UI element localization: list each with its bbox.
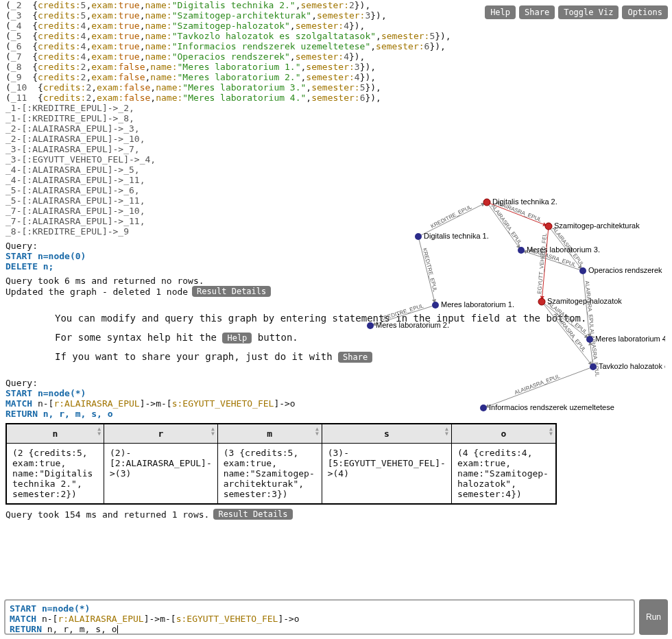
hint-line1: You can modify and query this graph by e… <box>55 311 668 326</box>
col-m[interactable]: m▲▼ <box>217 424 322 444</box>
query1-block: Query: START n=node(0) DELETE n; <box>5 241 668 272</box>
query-input[interactable]: START n=node(*) MATCH n-[r:ALAIRASRA_EPU… <box>4 599 635 635</box>
query1-line1: START n=node(0) <box>5 251 86 261</box>
query2-took: Query took 154 ms and returned 1 rows. <box>5 509 209 520</box>
sort-icon: ▲▼ <box>315 426 319 436</box>
query1-updated: Updated the graph - deleted 1 node <box>5 287 188 297</box>
col-s[interactable]: s▲▼ <box>322 424 451 444</box>
caret-icon <box>117 625 118 634</box>
sort-icon: ▲▼ <box>549 426 553 436</box>
run-button[interactable]: Run <box>639 599 668 635</box>
table-cell: (2 {credits:5, exam:true, name:"Digitali… <box>6 444 104 505</box>
share-button-inline[interactable]: Share <box>338 352 372 363</box>
options-button[interactable]: Options <box>622 5 668 19</box>
query2-block: Query: START n=node(*) MATCH n-[r:ALAIRA… <box>5 378 668 419</box>
table-cell: (3)-[5:EGYUTT_VEHETO_FEL]->(4) <box>322 444 451 505</box>
result-details-button-2[interactable]: Result Details <box>213 509 292 520</box>
hints-block: You can modify and query this graph by e… <box>55 311 668 364</box>
table-cell: (4 {credits:4, exam:true, name:"Szamitog… <box>451 444 556 505</box>
setup-code: (_2 {credits:5,exam:true,name:"Digitalis… <box>5 0 668 237</box>
share-button[interactable]: Share <box>519 5 555 19</box>
results-table: n▲▼r▲▼m▲▼s▲▼o▲▼ (2 {credits:5, exam:true… <box>5 423 557 505</box>
result-details-button-1[interactable]: Result Details <box>192 286 271 297</box>
help-button-inline[interactable]: Help <box>222 333 252 343</box>
table-cell: (2)-[2:ALAIRASRA_EPUL]->(3) <box>104 444 218 505</box>
col-n[interactable]: n▲▼ <box>6 424 104 444</box>
sort-icon: ▲▼ <box>211 426 215 436</box>
sort-icon: ▲▼ <box>445 426 448 436</box>
query1-line2: DELETE n; <box>5 261 53 272</box>
col-r[interactable]: r▲▼ <box>104 424 218 444</box>
sort-icon: ▲▼ <box>97 426 101 436</box>
help-button[interactable]: Help <box>485 5 516 19</box>
top-toolbar: Help Share Toggle Viz Options <box>485 5 668 19</box>
toggle-viz-button[interactable]: Toggle Viz <box>558 5 619 19</box>
col-o[interactable]: o▲▼ <box>451 424 556 444</box>
table-cell: (3 {credits:5, exam:true, name:"Szamitog… <box>217 444 322 505</box>
query1-took: Query took 6 ms and returned no rows. <box>5 276 668 286</box>
